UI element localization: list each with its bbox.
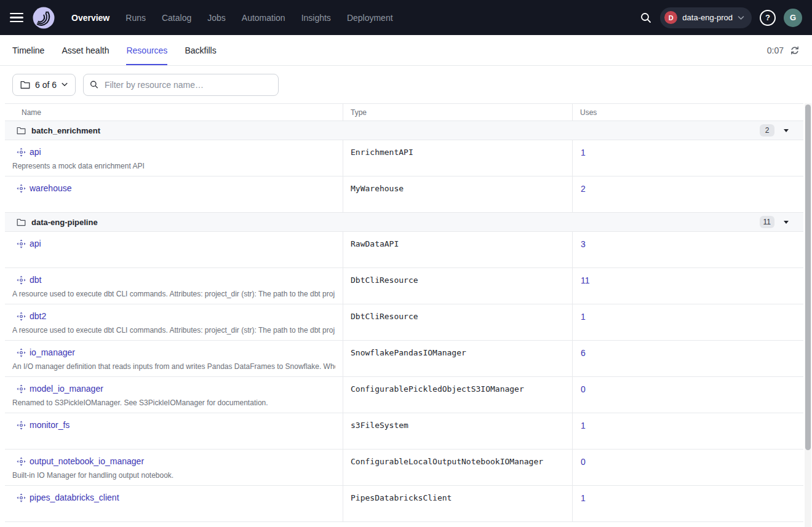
resource-uses-link[interactable]: 11 — [581, 275, 590, 285]
resource-type-cell: ConfigurablePickledObjectS3IOManager — [343, 377, 572, 413]
help-button[interactable]: ? — [760, 10, 776, 26]
resource-name-cell: dbt A resource used to execute dbt CLI c… — [5, 268, 343, 304]
folder-icon — [17, 127, 26, 135]
resource-description: A resource used to execute dbt CLI comma… — [12, 326, 335, 335]
resource-name-link[interactable]: output_notebook_io_manager — [30, 456, 144, 466]
nav-item-insights[interactable]: Insights — [301, 13, 331, 23]
resource-name-cell: api Represents a mock data enrichment AP… — [5, 140, 343, 176]
tab-timeline[interactable]: Timeline — [12, 35, 44, 65]
resource-name-link[interactable]: io_manager — [30, 347, 75, 357]
refresh-icon — [790, 46, 800, 55]
workspace-name: data-eng-prod — [682, 13, 733, 22]
resource-description: Represents a mock data enrichment API — [12, 162, 335, 170]
resource-row: io_manager An I/O manager definition tha… — [5, 341, 803, 377]
resource-uses-link[interactable]: 1 — [581, 312, 586, 322]
resource-uses-link[interactable]: 2 — [581, 184, 586, 194]
nav-item-runs[interactable]: Runs — [125, 13, 146, 23]
chevron-down-icon — [62, 82, 68, 87]
group-row[interactable]: data-eng-pipeline 11 — [5, 213, 803, 232]
nav-item-catalog[interactable]: Catalog — [162, 13, 191, 23]
resource-name-link[interactable]: warehouse — [30, 183, 72, 193]
group-row[interactable]: batch_enrichment 2 — [5, 121, 803, 140]
resource-uses-link[interactable]: 3 — [581, 239, 586, 249]
resource-type-cell: EnrichmentAPI — [343, 140, 572, 176]
resource-icon — [17, 457, 26, 466]
tab-bar-right: 0:07 — [767, 35, 800, 65]
resource-uses-link[interactable]: 1 — [581, 493, 586, 503]
search-button[interactable] — [640, 12, 652, 24]
resource-name-cell: model_io_manager Renamed to S3PickleIOMa… — [5, 377, 343, 413]
resource-name-cell: api — [5, 232, 343, 267]
avatar[interactable]: G — [784, 9, 802, 27]
nav-item-overview[interactable]: Overview — [71, 13, 109, 23]
resource-row: dbt2 A resource used to execute dbt CLI … — [5, 304, 803, 341]
resource-row: warehouse MyWarehouse 2 — [5, 176, 803, 213]
group-count-badge: 11 — [760, 216, 774, 228]
resource-name-cell: output_notebook_io_manager Built-in IO M… — [5, 450, 343, 485]
resource-icon — [17, 348, 26, 357]
resource-name-link[interactable]: pipes_databricks_client — [30, 493, 119, 502]
resource-type-cell: s3FileSystem — [343, 413, 572, 449]
resource-name-link[interactable]: model_io_manager — [30, 384, 103, 394]
tab-asset-health[interactable]: Asset health — [62, 35, 109, 65]
resource-name-link[interactable]: api — [30, 147, 41, 157]
resource-name-link[interactable]: api — [30, 239, 41, 248]
nav-item-deployment[interactable]: Deployment — [347, 13, 393, 23]
resource-type-cell: PipesDatabricksClient — [343, 486, 572, 521]
resource-uses-cell: 1 — [572, 413, 803, 449]
resource-icon — [17, 239, 26, 248]
resource-name-link[interactable]: monitor_fs — [30, 420, 70, 430]
column-header-uses: Uses — [572, 104, 803, 121]
resource-name-cell: io_manager An I/O manager definition tha… — [5, 341, 343, 376]
nav-item-jobs[interactable]: Jobs — [207, 13, 226, 23]
chevron-down-icon — [738, 15, 744, 20]
resource-type-cell: MyWarehouse — [343, 176, 572, 212]
group-name: data-eng-pipeline — [31, 218, 98, 227]
resource-row: api Represents a mock data enrichment AP… — [5, 140, 803, 176]
resource-uses-link[interactable]: 0 — [581, 384, 586, 394]
collapse-caret-icon[interactable] — [784, 221, 789, 224]
resource-name-link[interactable]: dbt — [30, 275, 41, 285]
resource-type-cell: DbtCliResource — [343, 268, 572, 304]
resource-type-cell: SnowflakePandasIOManager — [343, 341, 572, 376]
resource-icon — [17, 312, 26, 321]
resource-name-cell: monitor_fs — [5, 413, 343, 449]
resource-row: output_notebook_io_manager Built-in IO M… — [5, 450, 803, 486]
search-icon — [90, 80, 98, 89]
question-icon: ? — [765, 13, 770, 22]
resource-filter-input[interactable] — [103, 79, 272, 90]
folder-icon — [20, 81, 30, 89]
dagster-logo-icon — [32, 6, 55, 30]
resource-name-cell: dbt2 A resource used to execute dbt CLI … — [5, 304, 343, 340]
resource-description: A resource used to execute dbt CLI comma… — [12, 290, 335, 298]
tab-resources[interactable]: Resources — [126, 35, 167, 65]
menu-button[interactable] — [10, 10, 25, 25]
refresh-button[interactable] — [790, 46, 800, 55]
scrollbar-thumb[interactable] — [805, 105, 811, 450]
resource-uses-cell: 3 — [572, 232, 803, 267]
resource-type-cell: ConfigurableLocalOutputNotebookIOManager — [343, 450, 572, 485]
scrollbar-track — [805, 103, 811, 527]
resource-icon — [17, 421, 26, 430]
nav-item-automation[interactable]: Automation — [242, 13, 285, 23]
resource-name-cell: pipes_databricks_client — [5, 486, 343, 521]
nav-items: OverviewRunsCatalogJobsAutomationInsight… — [71, 13, 393, 23]
table-header: Name Type Uses — [5, 104, 803, 121]
workspace-switcher[interactable]: D data-eng-prod — [660, 7, 752, 28]
group-filter-button[interactable]: 6 of 6 — [12, 74, 76, 96]
resource-uses-link[interactable]: 1 — [581, 148, 586, 157]
collapse-caret-icon[interactable] — [784, 129, 789, 132]
resource-name-link[interactable]: dbt2 — [30, 311, 46, 321]
resource-filter-box — [83, 74, 279, 96]
resource-uses-link[interactable]: 0 — [581, 457, 586, 467]
top-nav-right: D data-eng-prod ? G — [640, 7, 802, 28]
resource-uses-link[interactable]: 6 — [581, 348, 586, 358]
resource-description: Renamed to S3PickleIOManager. See S3Pick… — [12, 398, 335, 407]
resource-name-cell: warehouse — [5, 176, 343, 212]
table-body: batch_enrichment 2 api Represents a — [5, 121, 803, 522]
resource-uses-link[interactable]: 1 — [581, 421, 586, 430]
tab-backfills[interactable]: Backfills — [185, 35, 216, 65]
resource-icon — [17, 184, 26, 193]
resource-uses-cell: 1 — [572, 486, 803, 521]
resource-icon — [17, 493, 26, 502]
